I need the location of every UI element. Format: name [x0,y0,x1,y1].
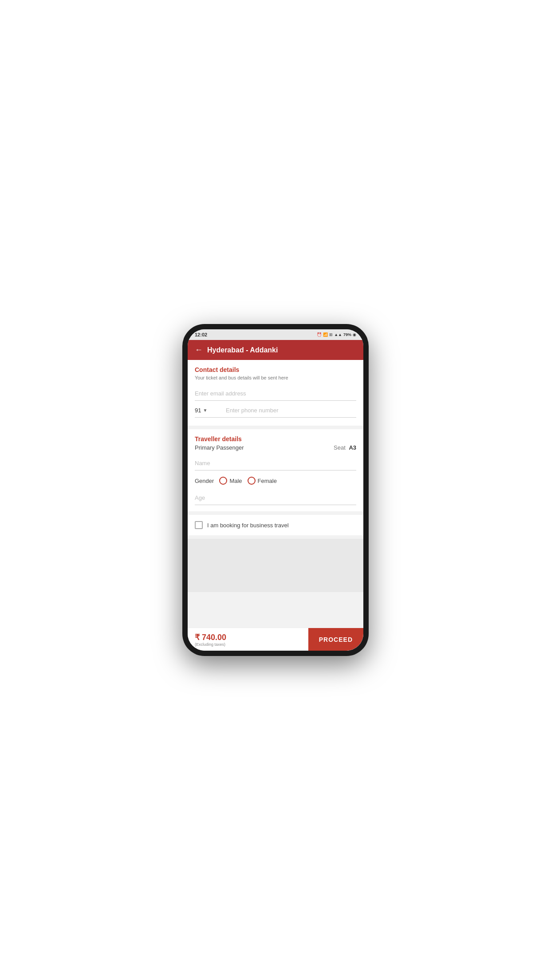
age-input[interactable] [195,491,356,505]
alarm-icon: ⏰ [317,332,322,337]
male-radio-label: Male [229,478,242,484]
gender-label: Gender [195,478,214,484]
female-radio-option[interactable]: Female [248,477,277,485]
primary-passenger-label: Primary Passenger [195,444,244,451]
status-time: 12:02 [195,332,207,337]
female-radio-label: Female [258,478,277,484]
status-icons: ⏰ 📶 ⊞ ▲▲ 79% ◉ [317,332,356,337]
status-bar: 12:02 ⏰ 📶 ⊞ ▲▲ 79% ◉ [188,329,363,340]
eye-icon: ◉ [353,332,356,337]
name-input[interactable] [195,456,356,470]
country-code-selector[interactable]: 91 ▼ [195,407,221,414]
battery-level: 79% [343,332,351,337]
page-title: Hyderabad - Addanki [207,346,278,354]
price-section: ₹ 740.00 (Excluding taxes) [188,628,308,651]
traveller-details-title: Traveller details [195,435,356,443]
contact-details-subtitle: Your ticket and bus details will be sent… [195,375,356,380]
signal2-icon: ▲▲ [334,332,342,337]
passenger-row: Primary Passenger Seat A3 [195,444,356,451]
gender-row: Gender Male Female [195,477,356,485]
business-travel-section: I am booking for business travel [188,515,363,535]
back-button[interactable]: ← [195,345,203,355]
content-area: Contact details Your ticket and bus deta… [188,360,363,628]
email-input[interactable] [195,387,356,401]
signal-icon: 📶 [323,332,328,337]
dropdown-arrow-icon: ▼ [203,408,207,413]
wifi-icon: ⊞ [329,332,333,337]
contact-details-title: Contact details [195,366,356,373]
seat-label: Seat [334,444,346,451]
price-note: (Excluding taxes) [195,642,301,647]
price-value: 740.00 [202,633,226,642]
proceed-button[interactable]: PROCEED [308,628,363,651]
seat-number: A3 [349,444,356,451]
male-radio-circle [219,477,227,485]
phone-device: 12:02 ⏰ 📶 ⊞ ▲▲ 79% ◉ ← Hyderabad - Addan… [182,324,369,656]
bottom-bar: ₹ 740.00 (Excluding taxes) PROCEED [188,628,363,651]
business-travel-checkbox[interactable] [195,521,203,529]
seat-info: Seat A3 [334,444,356,451]
price-amount: ₹ 740.00 [195,632,301,642]
business-travel-label: I am booking for business travel [207,522,289,529]
traveller-details-section: Traveller details Primary Passenger Seat… [188,429,363,511]
phone-row: 91 ▼ [195,407,356,418]
phone-input[interactable] [226,407,356,414]
male-radio-option[interactable]: Male [219,477,242,485]
female-radio-circle [248,477,256,485]
phone-screen: 12:02 ⏰ 📶 ⊞ ▲▲ 79% ◉ ← Hyderabad - Addan… [188,329,363,651]
currency-symbol: ₹ [195,633,200,642]
empty-gray-area [188,539,363,592]
contact-details-section: Contact details Your ticket and bus deta… [188,360,363,426]
business-travel-checkbox-row[interactable]: I am booking for business travel [195,521,356,529]
country-code-value: 91 [195,407,201,414]
header-bar: ← Hyderabad - Addanki [188,340,363,360]
